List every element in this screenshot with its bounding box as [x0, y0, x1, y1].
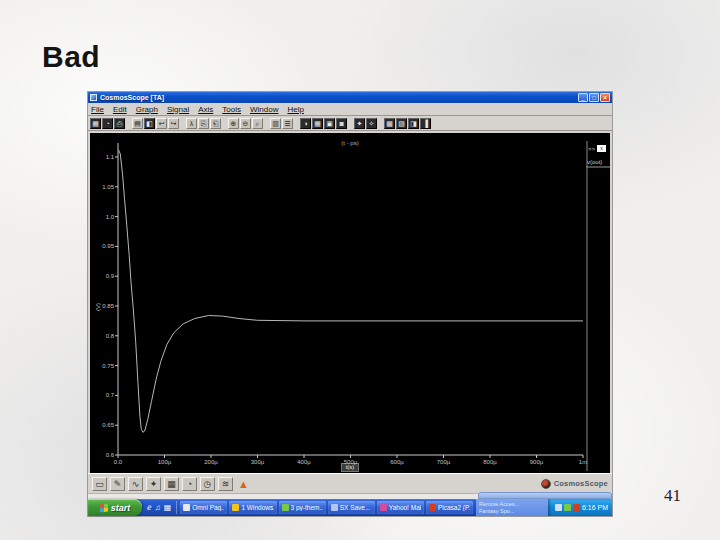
taskbar-button[interactable]: 3 py-them... — [279, 501, 326, 514]
menu-edit[interactable]: Edit — [113, 105, 127, 114]
tray-clock: 6:16 PM — [582, 504, 608, 511]
marker-icon[interactable]: ✦ — [354, 118, 365, 129]
window-title: CosmosScope [TA] — [100, 94, 578, 101]
waveform-graph-panel[interactable]: (t - ps) (V) >> x v(out) t(s) 1.11.051.0… — [90, 133, 610, 473]
taskbar-button-icon — [282, 504, 289, 511]
zoom-fit-icon[interactable]: ⌕ — [252, 118, 263, 129]
select-region-icon[interactable]: ▭ — [92, 477, 107, 491]
cosmosscope-logo-icon — [541, 479, 551, 489]
waveform-plot — [90, 133, 610, 473]
taskbar-button-icon — [380, 504, 387, 511]
tile-graphs-icon[interactable]: ☰ — [282, 118, 293, 129]
taskbar-button[interactable]: Omni Pag... — [180, 501, 227, 514]
waveform-view-icon[interactable]: ∿ — [128, 477, 143, 491]
legend-signal-label[interactable]: v(out) — [587, 159, 602, 165]
pointer-tools-icon[interactable]: ✦ — [146, 477, 161, 491]
taskbar-button[interactable]: 1 Windows... — [229, 501, 276, 514]
waveform-calc-icon[interactable]: ▨ — [396, 118, 407, 129]
taskbar-button-label: 3 py-them... — [291, 504, 323, 511]
paste-icon[interactable]: ⎗ — [210, 118, 221, 129]
synopsys-triangle-icon[interactable]: ▲ — [236, 477, 251, 491]
delete-icon[interactable]: λ — [186, 118, 197, 129]
window-titlebar[interactable]: CosmosScope [TA] _□✕ — [88, 92, 612, 103]
messenger-tray-icon[interactable] — [573, 504, 580, 511]
signal-list-icon[interactable]: ≋ — [218, 477, 233, 491]
calculator-icon[interactable]: ▦ — [164, 477, 179, 491]
maximize-button[interactable]: □ — [589, 93, 599, 102]
y-tick-label: 0.95 — [92, 243, 114, 249]
volume-tray-icon[interactable] — [555, 504, 562, 511]
x-tick-label: 400µ — [291, 459, 317, 465]
taskbar-button[interactable]: Yahoo! Mai... — [377, 501, 424, 514]
x-tick-label: 600µ — [384, 459, 410, 465]
y-tick-label: 1.0 — [92, 214, 114, 220]
app-icon — [90, 94, 97, 101]
minimize-button[interactable]: _ — [578, 93, 588, 102]
media-player-icon[interactable]: ♫ — [155, 503, 161, 513]
copy-icon[interactable]: ⎘ — [198, 118, 209, 129]
save-icon[interactable]: ◧ — [144, 118, 155, 129]
marker-pair-icon[interactable]: ✧ — [366, 118, 377, 129]
y-tick-label: 0.7 — [92, 392, 114, 398]
menu-help[interactable]: Help — [287, 105, 303, 114]
pencil-annotate-icon[interactable]: ✎ — [110, 477, 125, 491]
open-design-icon[interactable]: ▦ — [90, 118, 101, 129]
waveform-trace[interactable] — [119, 150, 584, 433]
open-plotfile-icon[interactable]: ◔ — [102, 118, 113, 129]
deskband-item[interactable]: Remote Acces... — [479, 501, 545, 507]
window-buttons: _□✕ — [578, 93, 610, 102]
taskbar-button-label: 1 Windows... — [241, 504, 273, 511]
measure-icon[interactable]: ◑ — [300, 118, 311, 129]
menu-file[interactable]: File — [91, 105, 104, 114]
antivirus-tray-icon[interactable] — [564, 504, 571, 511]
menu-graph[interactable]: Graph — [136, 105, 158, 114]
taskbar-button-label: Yahoo! Mai... — [389, 504, 421, 511]
taskbar-button-label: Picasa2 (P... — [438, 504, 470, 511]
y-tick-label: 0.9 — [92, 273, 114, 279]
undo-icon[interactable]: ↩ — [156, 118, 167, 129]
print-icon[interactable]: ⎙ — [114, 118, 125, 129]
iplot-icon[interactable]: ◨ — [408, 118, 419, 129]
close-button[interactable]: ✕ — [600, 93, 610, 102]
open-folder-icon[interactable]: ▤ — [132, 118, 143, 129]
taskbar-button-icon — [232, 504, 239, 511]
internet-explorer-icon[interactable]: ℯ — [147, 503, 152, 513]
report-icon[interactable]: ▣ — [324, 118, 335, 129]
background-window-edge[interactable] — [478, 492, 612, 499]
deskband-item[interactable]: Fantasy Spo... — [479, 508, 545, 514]
signal-manager-icon[interactable]: ▩ — [384, 118, 395, 129]
menu-axis[interactable]: Axis — [198, 105, 213, 114]
stopwatch-icon[interactable]: ◷ — [200, 477, 215, 491]
bottom-toolbar: ▭✎∿✦▦◔◷≋▲ CosmosScope — [88, 473, 612, 493]
legend-checkbox[interactable]: x — [597, 145, 606, 152]
measure-clock-icon[interactable]: ◔ — [182, 477, 197, 491]
y-tick-label: 0.8 — [92, 333, 114, 339]
legend-marker: >> — [588, 146, 595, 152]
x-tick-label: 200µ — [198, 459, 224, 465]
y-tick-label: 1.1 — [92, 154, 114, 160]
y-tick-label: 1.05 — [92, 184, 114, 190]
taskbar-button-icon — [429, 504, 436, 511]
zoom-out-icon[interactable]: ⊖ — [240, 118, 251, 129]
camera-icon[interactable]: ◙ — [336, 118, 347, 129]
spreadsheet-icon[interactable]: ▦ — [312, 118, 323, 129]
system-tray: 6:16 PM — [548, 499, 612, 516]
menu-signal[interactable]: Signal — [167, 105, 189, 114]
help-tool-icon[interactable]: ▐ — [420, 118, 431, 129]
zoom-in-icon[interactable]: ⊕ — [228, 118, 239, 129]
taskbar: start ℯ♫▦ Omni Pag...1 Windows...3 py-th… — [88, 499, 612, 516]
menu-bar: FileEditGraphSignalAxisToolsWindowHelp — [88, 103, 612, 116]
new-graph-icon[interactable]: ▥ — [270, 118, 281, 129]
show-desktop-icon[interactable]: ▦ — [164, 503, 172, 513]
taskbar-deskband: Remote Acces...Fantasy Spo... — [476, 499, 548, 516]
menu-window[interactable]: Window — [250, 105, 278, 114]
taskbar-button[interactable]: Picasa2 (P... — [426, 501, 473, 514]
menu-tools[interactable]: Tools — [222, 105, 241, 114]
slide-page-number: 41 — [664, 486, 681, 506]
taskbar-button-icon — [183, 504, 190, 511]
main-toolbar: ▦◔⎙▤◧↩↪λ⎘⎗⊕⊖⌕▥☰◑▦▣◙✦✧▩▨◨▐ — [88, 116, 612, 131]
taskbar-button[interactable]: SX Save... — [328, 501, 375, 514]
redo-icon[interactable]: ↪ — [168, 118, 179, 129]
x-tick-label: 700µ — [431, 459, 457, 465]
start-button[interactable]: start — [88, 499, 142, 516]
